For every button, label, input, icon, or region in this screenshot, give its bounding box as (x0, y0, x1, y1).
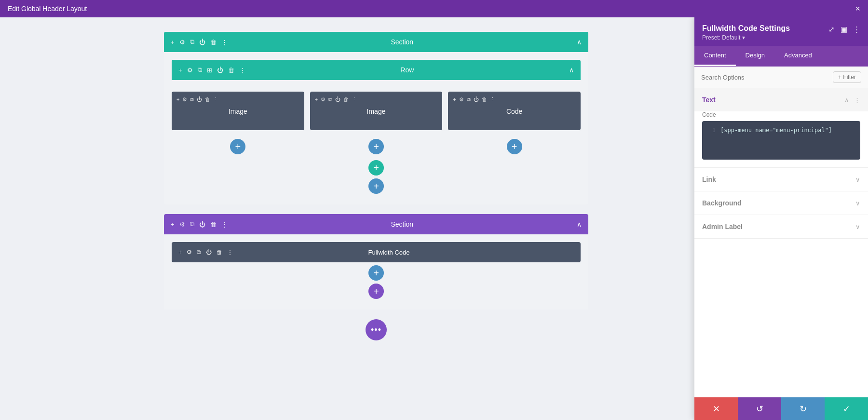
s2-plus-icon[interactable]: + (171, 221, 175, 228)
accordion-background-header[interactable]: Background ∨ (694, 191, 868, 215)
add-row-wrap: + (172, 160, 581, 176)
col-image-2: + ⚙ ⧉ ⏻ 🗑 ⋮ Image (310, 92, 443, 130)
fw-icons: + ⚙ ⧉ ⏻ 🗑 ⋮ (178, 249, 233, 256)
accordion-text-icons: ∧ ⋮ (844, 96, 860, 104)
tab-advanced[interactable]: Advanced (774, 46, 822, 66)
row-copy-icon[interactable]: ⧉ (198, 66, 202, 74)
chevron-up-icon[interactable]: ∧ (577, 38, 582, 46)
cancel-button[interactable]: ✕ (694, 397, 738, 420)
add-row-button[interactable]: + (368, 160, 384, 176)
col1-gear-icon[interactable]: ⚙ (182, 96, 187, 103)
col1-trash-icon[interactable]: 🗑 (205, 96, 210, 103)
accordion-text-chevron-icon[interactable]: ∧ (844, 96, 849, 104)
plus-icon[interactable]: + (171, 39, 175, 46)
col2-plus-icon[interactable]: + (315, 96, 318, 103)
settings-header-icons: ⤢ ▣ ⋮ (828, 25, 860, 34)
row-power-icon[interactable]: ⏻ (217, 67, 223, 74)
fw-gear-icon[interactable]: ⚙ (187, 249, 192, 256)
tab-content[interactable]: Content (694, 46, 736, 66)
s2-gear-icon[interactable]: ⚙ (179, 221, 185, 228)
col2-copy-icon[interactable]: ⧉ (328, 96, 332, 103)
filter-button[interactable]: + Filter (833, 71, 861, 83)
col2-add-button[interactable]: + (368, 139, 384, 154)
row-more-icon[interactable]: ⋮ (239, 67, 245, 74)
row-columns-icon[interactable]: ⊞ (207, 67, 212, 74)
row-chevron-icon[interactable]: ∧ (569, 66, 574, 74)
col3-trash-icon[interactable]: 🗑 (482, 96, 487, 103)
layout-area: + ⚙ ⧉ ⏻ 🗑 ⋮ Section ∧ + ⚙ (164, 32, 588, 345)
search-input[interactable] (701, 74, 833, 81)
s2-chevron-up-icon[interactable]: ∧ (577, 220, 582, 228)
section-2: + ⚙ ⧉ ⏻ 🗑 ⋮ Section ∧ + ⚙ (164, 214, 588, 310)
col3-more-icon[interactable]: ⋮ (490, 96, 495, 103)
add-section-1-button[interactable]: + (368, 178, 384, 194)
col1-plus-icon[interactable]: + (176, 96, 179, 103)
accordion-text-more-icon[interactable]: ⋮ (854, 96, 860, 104)
col3-plus-icon[interactable]: + (453, 96, 456, 103)
section-1-icons: + ⚙ ⧉ ⏻ 🗑 ⋮ (171, 38, 228, 46)
col1-more-icon[interactable]: ⋮ (213, 96, 218, 103)
accordion-background-chevron-icon[interactable]: ∨ (855, 200, 860, 207)
accordion-admin-label-chevron-icon[interactable]: ∨ (855, 223, 860, 230)
window-icon[interactable]: ▣ (841, 25, 847, 34)
accordion-link-chevron-icon[interactable]: ∨ (855, 176, 860, 183)
dots-button[interactable]: ••• (366, 319, 387, 340)
section-1-header: + ⚙ ⧉ ⏻ 🗑 ⋮ Section ∧ (164, 32, 588, 52)
fw-copy-icon[interactable]: ⧉ (197, 249, 201, 256)
accordion-background-title: Background (702, 199, 742, 207)
s2-power-icon[interactable]: ⏻ (199, 221, 205, 228)
col-add-buttons: + + + (172, 136, 581, 157)
fw-trash-icon[interactable]: 🗑 (217, 249, 222, 256)
window-title: Edit Global Header Layout (8, 5, 87, 13)
col1-add-wrap: + (172, 136, 304, 157)
col3-power-icon[interactable]: ⏻ (474, 96, 479, 103)
accordion-link-header[interactable]: Link ∨ (694, 168, 868, 191)
row-trash-icon[interactable]: 🗑 (228, 67, 234, 74)
col3-copy-icon[interactable]: ⧉ (467, 96, 471, 103)
settings-preset[interactable]: Preset: Default ▾ (702, 34, 790, 41)
accordion-text-header[interactable]: Text ∧ ⋮ (694, 88, 868, 111)
trash-icon[interactable]: 🗑 (210, 39, 217, 46)
power-icon[interactable]: ⏻ (199, 39, 205, 46)
col2-gear-icon[interactable]: ⚙ (321, 96, 326, 103)
col-3-header: + ⚙ ⧉ ⏻ 🗑 ⋮ (453, 96, 576, 103)
s2-add-row-wrap: + (172, 265, 581, 281)
fw-plus-icon[interactable]: + (178, 249, 182, 256)
more-icon[interactable]: ⋮ (221, 39, 228, 46)
section-1-content: + ⚙ ⧉ ⊞ ⏻ 🗑 ⋮ Row ∧ (164, 52, 588, 204)
code-editor[interactable]: 1 [spp-menu name="menu-principal"] (702, 121, 860, 160)
s2-add-row-button[interactable]: + (368, 265, 384, 281)
col3-gear-icon[interactable]: ⚙ (459, 96, 464, 103)
s2-add-section-button[interactable]: + (368, 284, 384, 299)
s2-more-icon[interactable]: ⋮ (221, 221, 228, 228)
undo-button[interactable]: ↺ (738, 397, 781, 420)
settings-body: Text ∧ ⋮ Code 1 [spp-menu name="menu-pri… (694, 88, 868, 397)
panel-more-icon[interactable]: ⋮ (853, 25, 860, 34)
row-plus-icon[interactable]: + (178, 67, 182, 74)
col2-power-icon[interactable]: ⏻ (335, 96, 340, 103)
row-gear-icon[interactable]: ⚙ (187, 67, 193, 74)
tab-design[interactable]: Design (736, 46, 774, 66)
s2-trash-icon[interactable]: 🗑 (210, 221, 217, 228)
col3-add-button[interactable]: + (507, 139, 522, 154)
col1-add-button[interactable]: + (230, 139, 245, 154)
code-content: [spp-menu name="menu-principal"] (720, 127, 832, 154)
close-button[interactable]: × (855, 4, 860, 13)
col2-more-icon[interactable]: ⋮ (352, 96, 357, 103)
col1-copy-icon[interactable]: ⧉ (190, 96, 194, 103)
code-field-label: Code (702, 111, 860, 118)
section-2-header: + ⚙ ⧉ ⏻ 🗑 ⋮ Section ∧ (164, 214, 588, 234)
gear-icon[interactable]: ⚙ (179, 39, 185, 46)
s2-copy-icon[interactable]: ⧉ (190, 220, 194, 228)
accordion-admin-label-header[interactable]: Admin Label ∨ (694, 215, 868, 238)
redo-button[interactable]: ↻ (781, 397, 825, 420)
col1-power-icon[interactable]: ⏻ (197, 96, 202, 103)
col-code: + ⚙ ⧉ ⏻ 🗑 ⋮ Code (448, 92, 581, 130)
col2-trash-icon[interactable]: 🗑 (343, 96, 349, 103)
col-2-header: + ⚙ ⧉ ⏻ 🗑 ⋮ (315, 96, 438, 103)
copy-icon[interactable]: ⧉ (190, 38, 194, 46)
save-button[interactable]: ✓ (825, 397, 868, 420)
fw-more-icon[interactable]: ⋮ (227, 249, 233, 256)
maximize-icon[interactable]: ⤢ (828, 25, 835, 34)
fw-power-icon[interactable]: ⏻ (206, 249, 212, 256)
